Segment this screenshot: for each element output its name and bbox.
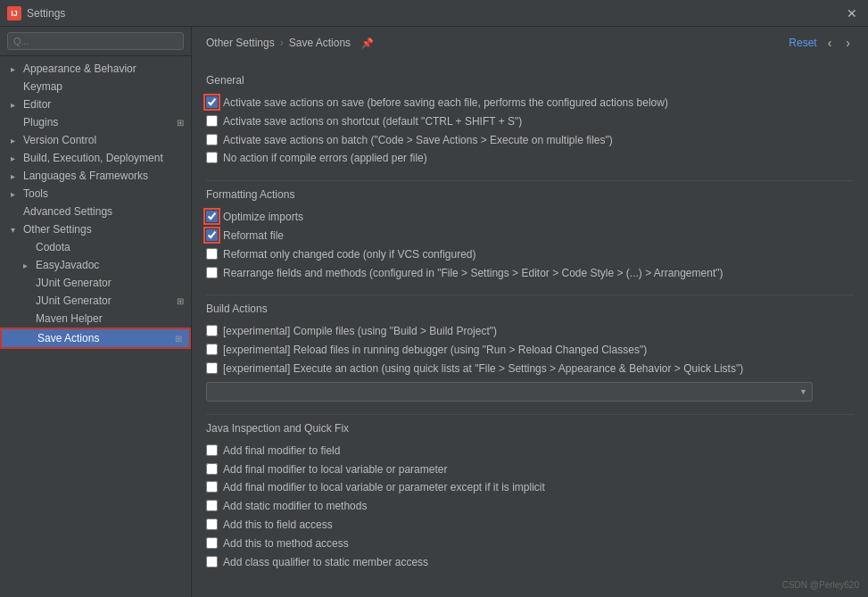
- sidebar-item-label: EasyJavadoc: [36, 259, 184, 271]
- checkbox-wrap: [206, 211, 218, 222]
- sidebar-item-easyjavadoc[interactable]: ▸ EasyJavadoc: [0, 256, 191, 274]
- final-local-implicit-label[interactable]: Add final modifier to local variable or …: [223, 480, 545, 495]
- sidebar-item-codota[interactable]: Codota: [0, 238, 191, 256]
- checkbox-wrap: [206, 248, 218, 260]
- sidebar-item-junit-generator-2[interactable]: JUnit Generator ⊞: [0, 292, 191, 310]
- reformat-changed-checkbox[interactable]: [206, 248, 218, 260]
- sidebar-item-keymap[interactable]: Keymap: [0, 78, 191, 95]
- action-dropdown[interactable]: [206, 382, 813, 402]
- final-local-implicit-checkbox[interactable]: [206, 481, 218, 493]
- checkbox-row-compile-files: [experimental] Compile files (using "Bui…: [206, 322, 854, 341]
- separator-2: [206, 294, 854, 295]
- execute-action-checkbox[interactable]: [206, 362, 218, 374]
- compile-files-label[interactable]: [experimental] Compile files (using "Bui…: [223, 324, 497, 339]
- arrow-icon: ▸: [11, 100, 23, 110]
- rearrange-fields-checkbox[interactable]: [206, 267, 218, 278]
- activate-on-shortcut-checkbox[interactable]: [206, 115, 218, 127]
- checkbox-wrap: [206, 134, 218, 145]
- optimize-imports-checkbox[interactable]: [206, 211, 218, 222]
- checkbox-wrap: [206, 362, 218, 374]
- sidebar-item-label: Maven Helper: [36, 312, 184, 325]
- sidebar-item-build-execution[interactable]: ▸ Build, Execution, Deployment: [0, 149, 191, 167]
- rearrange-fields-label[interactable]: Rearrange fields and methods (configured…: [223, 266, 723, 281]
- checkbox-wrap: [206, 344, 218, 355]
- checkbox-row-this-field: Add this to field access: [206, 516, 854, 535]
- reformat-file-label[interactable]: Reformat file: [223, 228, 284, 244]
- checkbox-wrap: [206, 463, 218, 475]
- forward-button[interactable]: ›: [842, 34, 854, 52]
- sidebar-item-label: Tools: [23, 187, 184, 200]
- sidebar-item-label: Plugins: [23, 116, 173, 129]
- breadcrumb-parent[interactable]: Other Settings: [206, 37, 275, 49]
- activate-on-batch-checkbox[interactable]: [206, 134, 218, 145]
- class-qualifier-checkbox[interactable]: [206, 556, 218, 568]
- no-action-errors-checkbox[interactable]: [206, 152, 218, 163]
- title-bar: IJ Settings ✕: [0, 0, 868, 27]
- no-action-errors-label[interactable]: No action if compile errors (applied per…: [223, 151, 427, 166]
- checkbox-row-final-local: Add final modifier to local variable or …: [206, 460, 854, 479]
- activate-on-save-label[interactable]: Activate save actions on save (before sa…: [223, 95, 668, 111]
- checkbox-wrap: [206, 96, 218, 108]
- header-actions: Reset ‹ ›: [789, 34, 854, 52]
- checkbox-row-activate-on-save: Activate save actions on save (before sa…: [206, 94, 854, 112]
- optimize-imports-label[interactable]: Optimize imports: [223, 210, 303, 225]
- final-field-checkbox[interactable]: [206, 444, 218, 456]
- sidebar-item-languages[interactable]: ▸ Languages & Frameworks: [0, 167, 191, 185]
- sidebar-item-label: Version Control: [23, 134, 184, 146]
- checkbox-row-reformat-file: Reformat file: [206, 227, 854, 245]
- build-actions-section: Build Actions [experimental] Compile fil…: [206, 303, 854, 401]
- sidebar-item-advanced-settings[interactable]: Advanced Settings: [0, 203, 191, 220]
- general-section: General Activate save actions on save (b…: [206, 74, 854, 168]
- sidebar-item-save-actions[interactable]: Save Actions ⊞: [0, 328, 191, 349]
- activate-on-batch-label[interactable]: Activate save actions on batch ("Code > …: [223, 133, 613, 148]
- java-inspection-section: Java Inspection and Quick Fix Add final …: [206, 422, 854, 572]
- checkbox-row-static-modifier: Add static modifier to methods: [206, 497, 854, 516]
- search-input[interactable]: [7, 32, 184, 50]
- back-button[interactable]: ‹: [824, 34, 836, 52]
- this-field-checkbox[interactable]: [206, 518, 218, 530]
- window-title: Settings: [27, 7, 843, 20]
- reformat-file-checkbox[interactable]: [206, 229, 218, 241]
- final-local-label[interactable]: Add final modifier to local variable or …: [223, 462, 447, 477]
- activate-on-shortcut-label[interactable]: Activate save actions on shortcut (defau…: [223, 114, 522, 129]
- sidebar-item-label: Other Settings: [23, 223, 184, 236]
- breadcrumb: Other Settings › Save Actions 📌: [206, 37, 789, 49]
- static-modifier-checkbox[interactable]: [206, 500, 218, 511]
- formatting-section-label: Formatting Actions: [206, 188, 854, 201]
- sidebar-item-version-control[interactable]: ▸ Version Control: [0, 131, 191, 149]
- final-local-checkbox[interactable]: [206, 463, 218, 475]
- reset-button[interactable]: Reset: [789, 37, 816, 49]
- sidebar-item-junit-generator-1[interactable]: JUnit Generator: [0, 274, 191, 292]
- checkbox-row-activate-on-batch: Activate save actions on batch ("Code > …: [206, 131, 854, 150]
- close-button[interactable]: ✕: [843, 4, 861, 22]
- activate-on-save-checkbox[interactable]: [206, 96, 218, 108]
- breadcrumb-current: Save Actions: [289, 37, 351, 49]
- checkbox-row-reload-files: [experimental] Reload files in running d…: [206, 341, 854, 360]
- sidebar-item-label: Editor: [23, 98, 184, 111]
- execute-action-label[interactable]: [experimental] Execute an action (using …: [223, 361, 743, 377]
- arrow-icon: ▸: [23, 261, 36, 270]
- this-field-label[interactable]: Add this to field access: [223, 518, 333, 533]
- sidebar-item-appearance[interactable]: ▸ Appearance & Behavior: [0, 60, 191, 78]
- this-method-label[interactable]: Add this to method access: [223, 536, 349, 551]
- sidebar-item-other-settings[interactable]: ▾ Other Settings: [0, 220, 191, 238]
- final-field-label[interactable]: Add final modifier to field: [223, 444, 340, 459]
- this-method-checkbox[interactable]: [206, 537, 218, 549]
- static-modifier-label[interactable]: Add static modifier to methods: [223, 499, 367, 514]
- reformat-changed-label[interactable]: Reformat only changed code (only if VCS …: [223, 247, 475, 262]
- action-dropdown-row: [206, 382, 854, 402]
- sidebar-item-maven-helper[interactable]: Maven Helper: [0, 310, 191, 328]
- breadcrumb-separator: ›: [280, 37, 284, 49]
- sidebar-item-plugins[interactable]: Plugins ⊞: [0, 113, 191, 131]
- class-qualifier-label[interactable]: Add class qualifier to static member acc…: [223, 555, 428, 570]
- reload-files-checkbox[interactable]: [206, 344, 218, 355]
- sidebar-item-tools[interactable]: ▸ Tools: [0, 185, 191, 203]
- checkbox-wrap: [206, 152, 218, 163]
- checkbox-wrap: [206, 500, 218, 511]
- checkbox-row-optimize-imports: Optimize imports: [206, 208, 854, 227]
- settings-window: IJ Settings ✕ ▸ Appearance & Behavior Ke…: [0, 0, 868, 597]
- sidebar-item-editor[interactable]: ▸ Editor: [0, 95, 191, 113]
- reload-files-label[interactable]: [experimental] Reload files in running d…: [223, 343, 647, 358]
- checkbox-wrap: [206, 518, 218, 530]
- compile-files-checkbox[interactable]: [206, 325, 218, 336]
